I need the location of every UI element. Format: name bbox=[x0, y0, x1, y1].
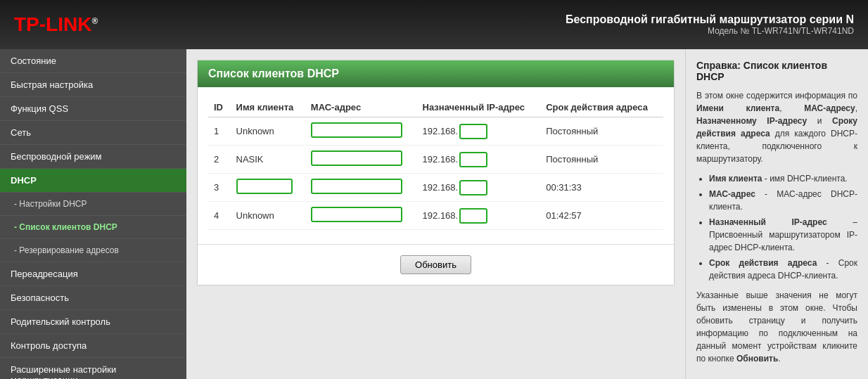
row3-lease: 00:31:33 bbox=[540, 174, 663, 202]
help-intro: В этом окне содержится информация по Име… bbox=[696, 89, 857, 165]
row4-id: 4 bbox=[208, 202, 231, 230]
logo-text: TP-LINK bbox=[14, 13, 91, 35]
row3-mac bbox=[305, 174, 417, 202]
row3-id: 3 bbox=[208, 174, 231, 202]
row2-id: 2 bbox=[208, 146, 231, 174]
col-id: ID bbox=[208, 98, 231, 117]
router-title: Беспроводной гигабитный маршрутизатор се… bbox=[566, 13, 854, 26]
row3-mac-box bbox=[311, 179, 402, 194]
row2-name: NASIK bbox=[231, 146, 305, 174]
dhcp-table-container: ID Имя клиента МАС-адрес Назначенный IP-… bbox=[198, 87, 674, 240]
sidebar-item-forwarding[interactable]: Переадресация bbox=[0, 262, 186, 286]
row3-ip-suffix bbox=[459, 180, 487, 195]
sidebar-item-network[interactable]: Сеть bbox=[0, 121, 186, 145]
table-row: 1 Unknown 192.168. bbox=[208, 117, 663, 146]
table-row: 4 Unknown 192.168. bbox=[208, 202, 663, 230]
row1-mac-box bbox=[311, 122, 402, 138]
help-list-item: Назначенный IP-адрес – Присвоенный маршр… bbox=[709, 216, 857, 254]
row2-ip-suffix bbox=[459, 152, 487, 167]
row1-id: 1 bbox=[208, 117, 231, 146]
help-list-item: Срок действия адреса - Срок действия адр… bbox=[709, 257, 857, 282]
row4-mac-box bbox=[311, 207, 402, 222]
help-list-item: МАС-адрес - МАС-адрес DHCP-клиента. bbox=[709, 188, 857, 213]
row1-lease: Постоянный bbox=[540, 117, 663, 146]
row1-name: Unknown bbox=[231, 117, 305, 146]
row4-ip-box: 192.168. bbox=[423, 208, 488, 224]
col-lease: Срок действия адреса bbox=[540, 98, 663, 117]
row2-ip-box: 192.168. bbox=[423, 152, 488, 167]
main-layout: Состояние Быстрая настройка Функция QSS … bbox=[0, 49, 868, 379]
help-list: Имя клиента - имя DHCP-клиента. МАС-адре… bbox=[696, 172, 857, 282]
row1-ip-suffix bbox=[459, 124, 487, 139]
sidebar-item-qss[interactable]: Функция QSS bbox=[0, 97, 186, 121]
sidebar-item-wireless[interactable]: Беспроводной режим bbox=[0, 145, 186, 169]
help-panel: Справка: Список клиентов DHCP В этом окн… bbox=[685, 49, 868, 379]
sidebar-item-access-control[interactable]: Контроль доступа bbox=[0, 334, 186, 358]
row1-ip-box: 192.168. bbox=[423, 124, 488, 139]
col-mac: МАС-адрес bbox=[305, 98, 417, 117]
dhcp-table: ID Имя клиента МАС-адрес Назначенный IP-… bbox=[208, 98, 663, 230]
sidebar-item-security[interactable]: Безопасность bbox=[0, 286, 186, 310]
col-ip: Назначенный IP-адрес bbox=[417, 98, 541, 117]
row4-name: Unknown bbox=[231, 202, 305, 230]
row4-lease: 01:42:57 bbox=[540, 202, 663, 230]
row4-ip-suffix bbox=[459, 208, 487, 224]
sidebar-item-routing[interactable]: Расширенные настройки маршрутизации bbox=[0, 358, 186, 379]
row1-mac bbox=[305, 117, 417, 146]
row3-ip: 192.168. bbox=[417, 174, 541, 202]
header-info: Беспроводной гигабитный маршрутизатор се… bbox=[566, 13, 854, 36]
dhcp-section: Список клиентов DHCP ID Имя клиента МАС-… bbox=[197, 60, 675, 285]
sidebar-item-parental[interactable]: Родительский контроль bbox=[0, 310, 186, 334]
sidebar-item-dhcp-reservation[interactable]: - Резервирование адресов bbox=[0, 239, 186, 262]
sidebar-item-dhcp[interactable]: DHCP bbox=[0, 169, 186, 193]
sidebar-item-status[interactable]: Состояние bbox=[0, 49, 186, 73]
content-area: Список клиентов DHCP ID Имя клиента МАС-… bbox=[186, 49, 685, 379]
sidebar: Состояние Быстрая настройка Функция QSS … bbox=[0, 49, 186, 379]
row2-lease: Постоянный bbox=[540, 146, 663, 174]
help-title: Справка: Список клиентов DHCP bbox=[696, 60, 857, 82]
row1-ip: 192.168. bbox=[417, 117, 541, 146]
table-row: 2 NASIK 192.168. bbox=[208, 146, 663, 174]
brand-logo: TP-LINK® bbox=[14, 13, 98, 36]
row3-name-box bbox=[236, 179, 293, 194]
refresh-button[interactable]: Обновить bbox=[400, 255, 471, 274]
logo-mark: ® bbox=[91, 16, 98, 26]
row2-ip: 192.168. bbox=[417, 146, 541, 174]
col-client-name: Имя клиента bbox=[231, 98, 305, 117]
page-header: TP-LINK® Беспроводной гигабитный маршрут… bbox=[0, 0, 868, 49]
refresh-row: Обновить bbox=[198, 244, 674, 285]
row4-mac bbox=[305, 202, 417, 230]
dhcp-section-title: Список клиентов DHCP bbox=[198, 60, 674, 87]
sidebar-item-dhcp-clients[interactable]: - Список клиентов DHCP bbox=[0, 216, 186, 239]
sidebar-item-dhcp-settings[interactable]: - Настройки DHCP bbox=[0, 193, 186, 216]
row3-ip-box: 192.168. bbox=[423, 180, 488, 195]
row2-mac-box bbox=[311, 150, 402, 166]
help-note: Указанные выше значения не могут быть из… bbox=[696, 289, 857, 365]
sidebar-item-quicksetup[interactable]: Быстрая настройка bbox=[0, 73, 186, 97]
router-model: Модель № TL-WR741N/TL-WR741ND bbox=[566, 26, 854, 36]
help-list-item: Имя клиента - имя DHCP-клиента. bbox=[709, 172, 857, 185]
table-row: 3 192.168. bbox=[208, 174, 663, 202]
row3-name bbox=[231, 174, 305, 202]
row4-ip: 192.168. bbox=[417, 202, 541, 230]
row2-mac bbox=[305, 146, 417, 174]
